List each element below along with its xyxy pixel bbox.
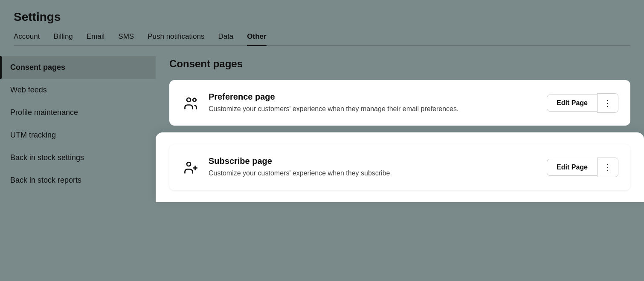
preference-card-actions: Edit Page ⋮ bbox=[547, 93, 618, 113]
tabs-nav: Account Billing Email SMS Push notificat… bbox=[14, 32, 630, 45]
tab-billing[interactable]: Billing bbox=[53, 32, 73, 45]
preference-more-button[interactable]: ⋮ bbox=[597, 93, 618, 113]
sidebar-item-consent-pages[interactable]: Consent pages bbox=[0, 56, 156, 79]
subscribe-card-actions: Edit Page ⋮ bbox=[547, 158, 618, 177]
users-icon bbox=[181, 94, 200, 112]
svg-point-1 bbox=[193, 98, 196, 101]
sidebar-item-back-in-stock-settings[interactable]: Back in stock settings bbox=[0, 146, 156, 169]
preference-edit-page-button[interactable]: Edit Page bbox=[547, 95, 597, 112]
tab-other[interactable]: Other bbox=[247, 32, 266, 45]
sidebar: Consent pages Web feeds Profile maintena… bbox=[0, 46, 156, 267]
subscribe-page-card: Subscribe page Customize your customers'… bbox=[169, 144, 630, 190]
subscribe-edit-page-button[interactable]: Edit Page bbox=[547, 159, 597, 176]
subscribe-card-overlay: Subscribe page Customize your customers'… bbox=[156, 132, 644, 202]
sidebar-item-profile-maintenance[interactable]: Profile maintenance bbox=[0, 101, 156, 124]
subscribe-more-button[interactable]: ⋮ bbox=[597, 158, 618, 177]
tab-push-notifications[interactable]: Push notifications bbox=[148, 32, 204, 45]
content-panel: Consent pages Preference page Customize … bbox=[156, 46, 644, 267]
tab-account[interactable]: Account bbox=[14, 32, 40, 45]
user-plus-icon bbox=[181, 158, 200, 177]
top-area: Settings Account Billing Email SMS Push … bbox=[0, 0, 644, 46]
tab-sms[interactable]: SMS bbox=[118, 32, 134, 45]
content-section-title: Consent pages bbox=[169, 58, 630, 70]
svg-point-0 bbox=[187, 98, 191, 102]
preference-page-title: Preference page bbox=[209, 92, 538, 102]
tab-data[interactable]: Data bbox=[218, 32, 233, 45]
subscribe-card-text: Subscribe page Customize your customers'… bbox=[209, 156, 538, 178]
subscribe-page-description: Customize your customers' experience whe… bbox=[209, 169, 538, 178]
main-content: Consent pages Web feeds Profile maintena… bbox=[0, 46, 644, 267]
page-title: Settings bbox=[14, 10, 630, 24]
preference-page-card: Preference page Customize your customers… bbox=[169, 80, 630, 126]
svg-point-2 bbox=[187, 162, 191, 166]
sidebar-item-back-in-stock-reports[interactable]: Back in stock reports bbox=[0, 169, 156, 192]
sidebar-item-web-feeds[interactable]: Web feeds bbox=[0, 79, 156, 101]
tab-email[interactable]: Email bbox=[87, 32, 105, 45]
subscribe-page-title: Subscribe page bbox=[209, 156, 538, 166]
preference-card-text: Preference page Customize your customers… bbox=[209, 92, 538, 114]
preference-page-description: Customize your customers' experience whe… bbox=[209, 104, 538, 114]
sidebar-item-utm-tracking[interactable]: UTM tracking bbox=[0, 124, 156, 146]
